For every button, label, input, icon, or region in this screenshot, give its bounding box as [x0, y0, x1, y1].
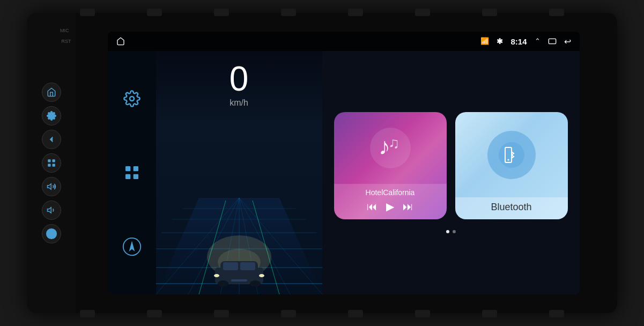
svg-rect-9 [549, 39, 556, 43]
bracket-tab [80, 310, 95, 317]
screen-sidebar [108, 51, 156, 294]
svg-point-40 [250, 280, 261, 287]
music-card-art: ♪ ♫ [334, 112, 447, 184]
svg-rect-37 [223, 262, 238, 270]
multitask-icon [548, 38, 557, 45]
apps-physical-button[interactable] [42, 153, 61, 173]
bracket-tab [281, 310, 296, 317]
page-dot-1[interactable] [446, 230, 449, 233]
bracket-tab [80, 9, 95, 16]
music-controls[interactable]: ⏮ ▶ ⏭ [340, 200, 440, 213]
music-prev-button[interactable]: ⏮ [367, 201, 377, 213]
bracket-tab [549, 310, 564, 317]
sidebar-navigation-icon[interactable] [119, 233, 145, 260]
back-physical-button[interactable] [42, 130, 61, 149]
speed-value: 0 [230, 62, 249, 96]
screen-content: 0 km/h [156, 51, 580, 294]
volume-down-physical-button[interactable] [42, 201, 61, 220]
bracket-tab [482, 310, 497, 317]
music-card[interactable]: ♪ ♫ HotelCalifornia ⏮ ▶ ⏭ [334, 112, 447, 219]
music-play-button[interactable]: ▶ [386, 200, 394, 213]
bracket-tab [482, 9, 497, 16]
svg-point-41 [214, 274, 219, 277]
svg-point-39 [218, 280, 228, 287]
bracket-tab [348, 310, 363, 317]
driving-view: 0 km/h [156, 51, 322, 294]
speed-display: 0 km/h [230, 62, 249, 108]
sidebar-settings-icon[interactable] [119, 85, 145, 112]
speed-unit: km/h [230, 98, 249, 108]
rst-label: RST [62, 39, 71, 44]
bracket-tab [214, 310, 229, 317]
bottom-brackets [70, 310, 574, 317]
status-left [116, 37, 125, 46]
settings-physical-button[interactable] [42, 106, 61, 125]
navigation-physical-button[interactable] [42, 224, 61, 243]
left-physical-panel: MIC RST [27, 13, 76, 313]
bracket-tab [415, 310, 430, 317]
svg-rect-38 [240, 262, 255, 270]
svg-rect-43 [231, 279, 247, 281]
status-bar: 📶 ✱ 8:14 ⌃ ↩ [108, 32, 580, 51]
music-card-bottom: HotelCalifornia ⏮ ▶ ⏭ [334, 184, 447, 219]
svg-marker-6 [47, 208, 51, 213]
bluetooth-phone-icon [498, 141, 525, 169]
bracket-tab [415, 9, 430, 16]
bracket-tab [147, 310, 162, 317]
status-home-icon [116, 37, 125, 46]
antenna-icon: ⌃ [535, 37, 541, 46]
status-right: 📶 ✱ 8:14 ⌃ ↩ [480, 36, 571, 47]
bracket-tab [281, 9, 296, 16]
svg-rect-2 [52, 159, 55, 162]
sidebar-apps-icon[interactable] [119, 159, 145, 186]
car-head-unit: MIC RST [27, 13, 617, 313]
svg-point-48 [507, 159, 509, 160]
bluetooth-card-icon [455, 112, 568, 197]
wifi-icon: 📶 [480, 37, 489, 46]
bracket-tab [214, 9, 229, 16]
road-grid [156, 155, 322, 294]
page-dot-2[interactable] [453, 230, 456, 233]
svg-rect-13 [125, 174, 130, 179]
svg-point-10 [130, 97, 134, 101]
cards-area: ♪ ♫ HotelCalifornia ⏮ ▶ ⏭ [322, 51, 580, 294]
main-screen: 📶 ✱ 8:14 ⌃ ↩ [108, 32, 580, 294]
svg-rect-11 [125, 166, 130, 171]
svg-rect-3 [48, 164, 50, 167]
top-brackets [70, 9, 574, 16]
svg-text:♫: ♫ [388, 135, 399, 151]
svg-rect-4 [52, 164, 55, 167]
music-track-title: HotelCalifornia [340, 188, 440, 197]
music-note-icon: ♪ ♫ [369, 127, 412, 169]
cards-row: ♪ ♫ HotelCalifornia ⏮ ▶ ⏭ [334, 112, 568, 219]
bracket-tab [549, 9, 564, 16]
bluetooth-card[interactable]: Bluetooth [455, 112, 568, 219]
svg-rect-1 [48, 159, 50, 162]
home-physical-button[interactable] [42, 83, 61, 102]
svg-rect-14 [133, 174, 138, 179]
back-icon: ↩ [564, 36, 571, 47]
page-dots [446, 230, 456, 233]
bluetooth-card-title: Bluetooth [462, 202, 561, 213]
volume-up-physical-button[interactable] [42, 177, 61, 196]
svg-rect-12 [133, 166, 138, 171]
bluetooth-card-bottom: Bluetooth [455, 197, 568, 219]
bluetooth-status-icon: ✱ [497, 37, 503, 46]
svg-marker-16 [129, 241, 135, 251]
bracket-tab [348, 9, 363, 16]
music-next-button[interactable]: ⏭ [403, 201, 413, 213]
mic-label: MIC [60, 28, 69, 33]
svg-point-42 [259, 274, 264, 277]
status-time: 8:14 [510, 37, 527, 46]
bracket-tab [147, 9, 162, 16]
svg-marker-5 [47, 184, 51, 190]
bluetooth-icon-wrapper [487, 131, 536, 179]
